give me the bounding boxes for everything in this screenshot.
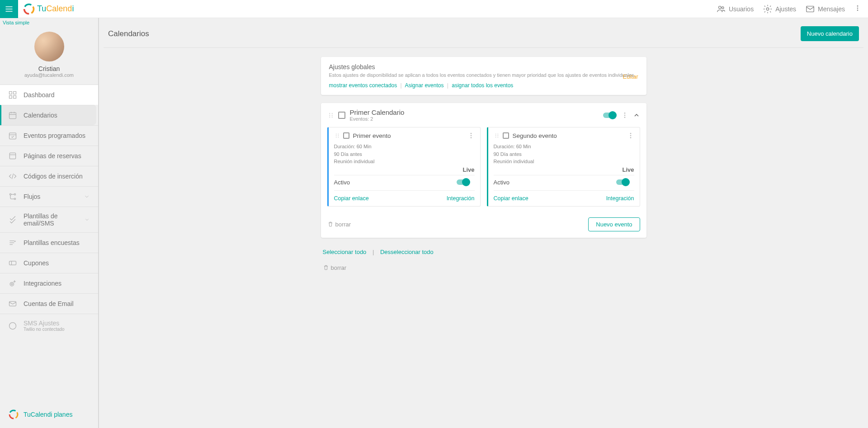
- svg-point-49: [497, 134, 498, 135]
- nav-flows[interactable]: Flujos: [0, 186, 98, 207]
- new-calendar-button[interactable]: Nuevo calendario: [801, 26, 859, 41]
- vista-simple-link[interactable]: Vista simple: [0, 18, 98, 27]
- calendar-toggle[interactable]: [603, 113, 616, 118]
- profile-block: Cristian ayuda@tucalendi.com: [0, 27, 98, 85]
- svg-point-42: [338, 137, 339, 138]
- users-icon: [716, 4, 726, 14]
- avatar[interactable]: [34, 32, 64, 61]
- nav-surveys[interactable]: Plantillas encuestas: [0, 232, 98, 253]
- integration-link[interactable]: Integración: [447, 195, 475, 202]
- svg-point-28: [329, 113, 330, 114]
- nav-sms[interactable]: SMS Ajustes Twilio no contectado: [0, 314, 98, 337]
- event-toggle[interactable]: [616, 179, 629, 185]
- nav-scheduled[interactable]: Eventos programados: [0, 125, 98, 146]
- svg-point-3: [718, 6, 721, 8]
- event-days: 90 Día antes: [334, 151, 475, 158]
- header-messages[interactable]: Mensajes: [805, 4, 845, 14]
- nav-sms-sublabel: Twilio no contectado: [24, 327, 65, 332]
- svg-rect-11: [14, 92, 16, 94]
- svg-point-43: [470, 133, 472, 134]
- nav-dashboard[interactable]: Dashboard: [0, 85, 98, 105]
- event-type: Reunión individual: [494, 158, 634, 165]
- sidebar-footer-plans[interactable]: TuCalendi planes: [0, 401, 98, 428]
- new-event-button[interactable]: Nuevo evento: [588, 217, 640, 231]
- svg-rect-20: [9, 261, 16, 265]
- event-checkbox[interactable]: [343, 132, 349, 139]
- menu-button[interactable]: [0, 0, 18, 18]
- svg-point-36: [624, 117, 625, 118]
- event-more-icon[interactable]: [627, 132, 634, 139]
- calendar-more-icon[interactable]: [621, 112, 628, 119]
- event-toggle[interactable]: [457, 179, 469, 185]
- copy-link[interactable]: Copiar enlace: [334, 195, 369, 202]
- logo-text: TuCalendi: [37, 4, 74, 14]
- logo-icon: [8, 409, 19, 420]
- nav-calendars[interactable]: Calendarios: [0, 105, 96, 125]
- assign-all-link[interactable]: asignar todos los eventos: [452, 82, 513, 89]
- drag-handle-icon[interactable]: [494, 132, 500, 139]
- nav-booking[interactable]: Páginas de reservas: [0, 146, 98, 166]
- svg-point-50: [497, 135, 498, 136]
- nav-integrations[interactable]: Integraciones: [0, 273, 98, 293]
- header-users[interactable]: Usuarios: [716, 4, 754, 14]
- header-settings[interactable]: Ajustes: [763, 4, 796, 14]
- svg-point-9: [857, 9, 859, 11]
- copy-link[interactable]: Copiar enlace: [494, 195, 528, 202]
- svg-point-29: [329, 115, 330, 116]
- svg-rect-15: [9, 133, 16, 139]
- nav-coupons[interactable]: Cupones: [0, 253, 98, 273]
- calendar-card: Primer Calendario Eventos: 2 Primer: [321, 103, 646, 238]
- dots-vertical-icon: [854, 5, 861, 12]
- event-duration: Duración: 60 Min: [334, 143, 475, 151]
- bottom-delete[interactable]: borrar: [321, 264, 646, 271]
- event-name: Primer evento: [353, 132, 467, 139]
- nav-scheduled-label: Eventos programados: [24, 132, 85, 139]
- nav-dashboard-label: Dashboard: [24, 91, 55, 99]
- svg-point-32: [331, 115, 332, 116]
- profile-email: ayuda@tucalendi.com: [0, 72, 98, 78]
- event-card: Segundo evento Duración: 60 Min 90 Día a…: [487, 127, 640, 207]
- event-checkbox[interactable]: [503, 132, 509, 139]
- svg-point-51: [497, 137, 498, 138]
- svg-rect-16: [9, 153, 15, 159]
- svg-point-40: [338, 134, 339, 135]
- svg-point-34: [624, 113, 625, 114]
- svg-point-8: [857, 7, 859, 9]
- deselect-all-link[interactable]: Desseleccionar todo: [380, 249, 434, 255]
- trash-icon: [323, 264, 329, 271]
- hamburger-icon: [5, 5, 14, 14]
- nav-email-accounts[interactable]: Cuentas de Email: [0, 293, 98, 314]
- event-type: Reunión individual: [334, 158, 475, 165]
- assign-events-link[interactable]: Asignar eventos: [405, 82, 443, 89]
- calendar-checkbox[interactable]: [338, 112, 345, 119]
- show-connected-link[interactable]: mostrar eventos conectados: [329, 82, 397, 89]
- svg-point-22: [11, 283, 13, 285]
- brand-logo[interactable]: TuCalendi: [23, 3, 74, 15]
- event-name: Segundo evento: [513, 132, 627, 139]
- event-more-icon[interactable]: [467, 132, 475, 139]
- drag-handle-icon[interactable]: [327, 112, 335, 119]
- nav-templates-label: Plantillas de email/SMS: [24, 212, 84, 227]
- svg-point-38: [335, 135, 336, 136]
- svg-point-37: [335, 134, 336, 135]
- svg-point-33: [331, 117, 332, 118]
- nav-email-accounts-label: Cuentas de Email: [24, 300, 74, 307]
- calendar-icon: [8, 111, 17, 120]
- grid-icon: [8, 90, 17, 99]
- integration-link[interactable]: Integración: [606, 195, 634, 202]
- svg-rect-10: [9, 92, 12, 94]
- check-icon: [8, 215, 17, 224]
- page-title: Calendarios: [108, 29, 149, 38]
- nav-embed-label: Códigos de inserción: [24, 173, 83, 180]
- select-all-link[interactable]: Seleccionar todo: [323, 249, 367, 255]
- svg-point-52: [630, 133, 631, 134]
- drag-handle-icon[interactable]: [334, 132, 340, 139]
- header-more[interactable]: [854, 5, 861, 14]
- svg-point-30: [329, 117, 330, 118]
- calendar-delete[interactable]: borrar: [327, 221, 351, 228]
- svg-point-44: [470, 135, 472, 136]
- nav-templates[interactable]: Plantillas de email/SMS: [0, 207, 98, 232]
- sms-icon: [8, 321, 17, 330]
- collapse-icon[interactable]: [633, 112, 640, 119]
- nav-embed[interactable]: Códigos de inserción: [0, 166, 98, 186]
